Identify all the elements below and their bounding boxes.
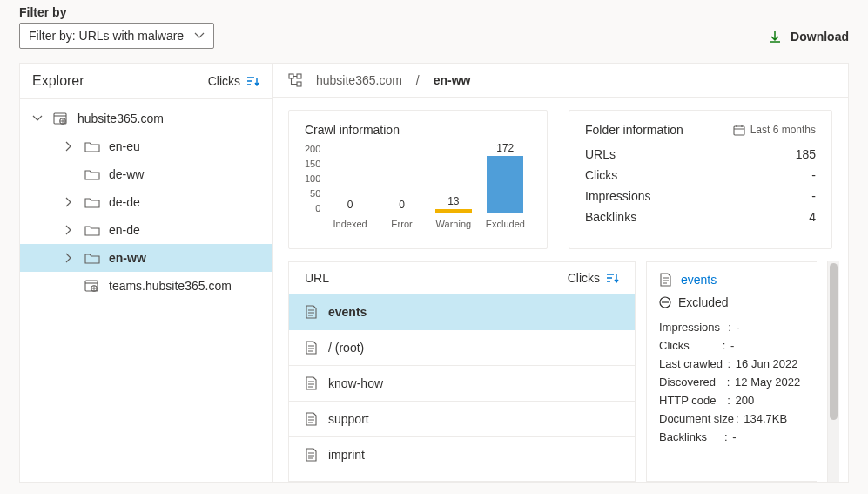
folder-icon xyxy=(84,168,100,180)
detail-impressions: Impressions : - xyxy=(659,318,804,336)
url-list: URL Clicks events / (root) know-how xyxy=(288,261,636,482)
folder-period-label: Last 6 months xyxy=(750,124,816,136)
url-label: / (root) xyxy=(328,341,364,355)
tree-label: teams.hubsite365.com xyxy=(109,279,232,293)
filter-select-value: Filter by: URLs with malware xyxy=(29,29,184,43)
breadcrumb-root[interactable]: hubsite365.com xyxy=(316,73,402,87)
url-row-events[interactable]: events xyxy=(289,294,635,330)
url-row-support[interactable]: support xyxy=(289,402,635,437)
tree-label: de-ww xyxy=(109,167,144,181)
folder-key: URLs xyxy=(585,147,616,161)
page-icon xyxy=(305,341,318,355)
url-row-root[interactable]: / (root) xyxy=(289,330,635,366)
url-label: imprint xyxy=(328,448,365,462)
url-row-knowhow[interactable]: know-how xyxy=(289,366,635,402)
breadcrumb-leaf: en-ww xyxy=(434,73,471,87)
bar-excluded[interactable]: 172 xyxy=(482,142,528,213)
filter-label: Filter by xyxy=(19,5,214,19)
tree-node-en-de[interactable]: en-de xyxy=(20,216,272,244)
url-label: events xyxy=(328,305,367,319)
y-axis: 200 150 100 50 0 xyxy=(305,144,320,213)
tree-node-de-de[interactable]: de-de xyxy=(20,188,272,216)
url-column-header[interactable]: URL xyxy=(305,271,329,285)
tree-label: en-ww xyxy=(109,251,146,265)
folder-icon xyxy=(84,140,100,152)
explorer-tree: hubsite365.com en-eu de-ww de-de en- xyxy=(20,99,272,305)
explorer-header: Explorer Clicks xyxy=(20,64,272,99)
x-axis: Indexed Error Warning Excluded xyxy=(324,219,531,229)
url-row-imprint[interactable]: imprint xyxy=(289,437,635,472)
site-icon xyxy=(53,112,69,125)
url-status-label: Excluded xyxy=(678,295,729,309)
x-tick: Indexed xyxy=(327,219,373,229)
y-tick: 150 xyxy=(305,159,320,169)
bar-value: 0 xyxy=(399,199,405,211)
y-tick: 0 xyxy=(305,203,320,213)
x-tick: Error xyxy=(379,219,424,229)
bar-indexed[interactable]: 0 xyxy=(327,199,373,213)
explorer-sort-label: Clicks xyxy=(208,74,240,88)
tree-node-en-eu[interactable]: en-eu xyxy=(20,132,272,160)
chevron-right-icon xyxy=(62,197,76,207)
folder-row-impressions: Impressions - xyxy=(585,186,816,206)
page-icon xyxy=(305,412,318,426)
tree-node-de-ww[interactable]: de-ww xyxy=(20,160,272,188)
y-tick: 50 xyxy=(305,188,320,199)
calendar-icon xyxy=(733,124,745,136)
bar-value: 13 xyxy=(447,195,459,207)
scrollbar-thumb[interactable] xyxy=(830,263,838,420)
tree-label: hubsite365.com xyxy=(77,112,164,125)
page-icon xyxy=(659,273,672,287)
folder-icon xyxy=(84,252,100,264)
page-icon xyxy=(305,448,318,462)
bar xyxy=(487,156,523,213)
folder-row-clicks: Clicks - xyxy=(585,165,816,186)
bar-value: 0 xyxy=(347,199,353,211)
bar-error[interactable]: 0 xyxy=(379,199,424,213)
detail-clicks: Clicks : - xyxy=(659,336,804,355)
url-label: support xyxy=(328,412,369,426)
explorer-title: Explorer xyxy=(32,73,84,89)
scrollbar[interactable] xyxy=(827,261,839,482)
tree-node-en-ww[interactable]: en-ww xyxy=(20,244,272,272)
folder-card: Folder information Last 6 months URLs 18… xyxy=(569,110,832,249)
folder-icon xyxy=(84,196,100,208)
url-detail-link[interactable]: events xyxy=(681,273,717,287)
tree-label: en-de xyxy=(109,223,140,237)
url-label: know-how xyxy=(328,376,383,390)
explorer-sort[interactable]: Clicks xyxy=(208,74,259,88)
crawl-card: Crawl information 200 150 100 50 0 0 xyxy=(288,110,548,249)
detail-panel: hubsite365.com / en-ww Crawl information… xyxy=(273,63,849,483)
crawl-title: Crawl information xyxy=(305,123,400,137)
folder-value: - xyxy=(811,168,816,182)
detail-docsize: Document size: 134.7KB xyxy=(659,409,804,428)
filter-select[interactable]: Filter by: URLs with malware xyxy=(19,23,214,49)
page-icon xyxy=(305,305,318,319)
folder-key: Backlinks xyxy=(585,210,636,224)
explorer-panel: Explorer Clicks hubsite365.com en-eu de-… xyxy=(19,63,273,483)
bar-warning[interactable]: 13 xyxy=(431,195,476,213)
y-tick: 200 xyxy=(305,144,320,154)
folder-period[interactable]: Last 6 months xyxy=(733,124,816,136)
url-sort-label: Clicks xyxy=(568,271,600,285)
folder-title: Folder information xyxy=(585,123,683,137)
site-icon xyxy=(84,280,100,292)
download-label: Download xyxy=(791,30,849,44)
folder-key: Impressions xyxy=(585,189,650,203)
detail-http: HTTP code : 200 xyxy=(659,391,804,409)
download-button[interactable]: Download xyxy=(768,24,849,49)
tree-label: de-de xyxy=(109,195,140,209)
breadcrumb-separator: / xyxy=(416,73,420,87)
sort-icon xyxy=(246,76,259,86)
excluded-icon xyxy=(659,296,671,308)
url-detail-panel: events Excluded Impressions : - Clicks :… xyxy=(646,261,817,482)
x-tick: Excluded xyxy=(482,219,528,229)
filter-by-block: Filter by Filter by: URLs with malware xyxy=(19,5,214,49)
download-icon xyxy=(768,30,782,43)
url-sort[interactable]: Clicks xyxy=(568,271,619,285)
tree-node-hubsite365[interactable]: hubsite365.com xyxy=(20,105,272,132)
y-tick: 100 xyxy=(305,173,320,184)
breadcrumb: hubsite365.com / en-ww xyxy=(273,64,848,98)
folder-icon xyxy=(84,224,100,236)
tree-node-teams[interactable]: teams.hubsite365.com xyxy=(20,272,272,300)
